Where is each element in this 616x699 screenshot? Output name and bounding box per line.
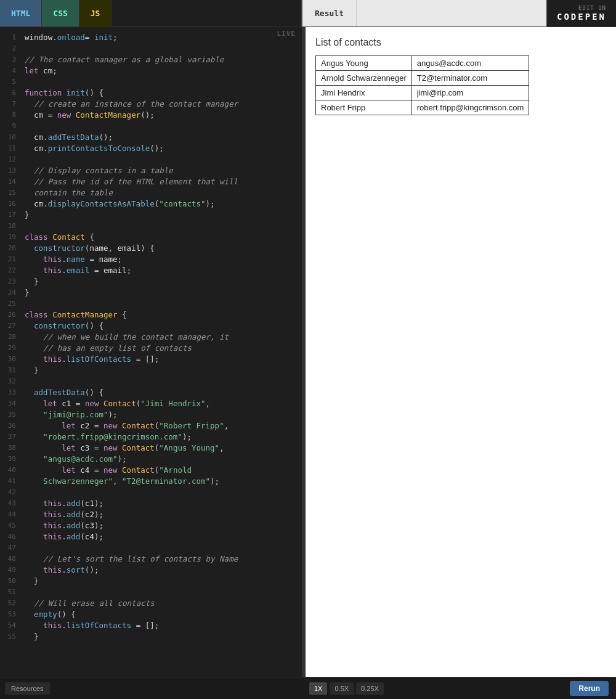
code-line: 55 } xyxy=(0,631,302,642)
table-row: Angus Youngangus@acdc.com xyxy=(316,56,529,71)
table-row: Robert Fripprobert.fripp@kingcrimson.com xyxy=(316,100,529,115)
code-line: 25 xyxy=(0,298,302,309)
code-line: 28 // when we build the contact manager,… xyxy=(0,332,302,343)
main-content: LIVE 1 window.onload= init; 2 3 // The c… xyxy=(0,27,616,677)
tab-result[interactable]: Result xyxy=(302,0,357,27)
table-row: Jimi Hendrixjimi@rip.com xyxy=(316,86,529,100)
zoom-025x-button[interactable]: 0.25X xyxy=(356,682,384,695)
zoom-05x-button[interactable]: 0.5X xyxy=(330,682,354,695)
code-line: 15 contain the table xyxy=(0,187,302,198)
contact-email-cell: T2@terminator.com xyxy=(411,71,529,86)
edit-on-text: EDIT ON xyxy=(557,5,606,12)
code-line: 9 xyxy=(0,121,302,132)
code-line: 22 this.email = email; xyxy=(0,265,302,276)
tab-html[interactable]: HTML xyxy=(0,0,42,27)
live-badge: LIVE xyxy=(277,30,296,38)
code-line: 30 this.listOfContacts = []; xyxy=(0,354,302,365)
code-line: 8 cm = new ContactManager(); xyxy=(0,110,302,121)
code-line: 7 // create an instance of the contact m… xyxy=(0,99,302,110)
code-line: 18 xyxy=(0,221,302,232)
code-line: 5 xyxy=(0,76,302,88)
code-line: 14 // Pass the id of the HTML element th… xyxy=(0,176,302,187)
code-line: 52 // Will erase all contacts xyxy=(0,598,302,609)
contact-name-cell: Arnold Schwarzenneger xyxy=(316,71,412,86)
code-line: 41 Schwarzenneger", "T2@terminator.com")… xyxy=(0,476,302,487)
codepen-logo: EDIT ON CODEPEN xyxy=(546,0,616,27)
code-line: 4 let cm; xyxy=(0,65,302,76)
contact-email-cell: robert.fripp@kingcrimson.com xyxy=(411,100,529,115)
code-line: 42 xyxy=(0,487,302,498)
code-line: 36 let c2 = new Contact("Robert Fripp", xyxy=(0,420,302,431)
result-panel: List of contacts Angus Youngangus@acdc.c… xyxy=(306,27,616,677)
code-line: 47 xyxy=(0,542,302,554)
code-editor[interactable]: 1 window.onload= init; 2 3 // The contac… xyxy=(0,27,302,677)
editor-tabs: HTML CSS JS xyxy=(0,0,302,27)
code-line: 1 window.onload= init; xyxy=(0,32,302,43)
code-line: 26 class ContactManager { xyxy=(0,309,302,321)
code-line: 17 } xyxy=(0,210,302,221)
contact-name-cell: Robert Fripp xyxy=(316,100,412,115)
code-line: 21 this.name = name; xyxy=(0,254,302,265)
contact-email-cell: angus@acdc.com xyxy=(411,56,529,71)
code-line: 53 empty() { xyxy=(0,609,302,620)
code-line: 3 // The contact manager as a global var… xyxy=(0,54,302,65)
code-line: 34 let c1 = new Contact("Jimi Hendrix", xyxy=(0,398,302,409)
code-panel: LIVE 1 window.onload= init; 2 3 // The c… xyxy=(0,27,302,677)
tab-css[interactable]: CSS xyxy=(42,0,79,27)
code-line: 33 addTestData() { xyxy=(0,387,302,398)
code-line: 54 this.listOfContacts = []; xyxy=(0,620,302,631)
code-line: 43 this.add(c1); xyxy=(0,498,302,509)
code-line: 46 this.add(c4); xyxy=(0,531,302,542)
code-line: 39 "angus@acdc.com"); xyxy=(0,454,302,465)
resources-button[interactable]: Resources xyxy=(5,682,50,695)
code-line: 38 let c3 = new Contact("Angus Young", xyxy=(0,443,302,454)
code-line: 13 // Display contacts in a table xyxy=(0,165,302,176)
zoom-controls: 1X 0.5X 0.25X xyxy=(309,682,384,695)
code-line: 16 cm.displayContactsAsATable("contacts"… xyxy=(0,198,302,210)
bottom-bar: Resources 1X 0.5X 0.25X Rerun xyxy=(0,677,616,699)
contact-name-cell: Angus Young xyxy=(316,56,412,71)
code-line: 24 } xyxy=(0,287,302,298)
bottom-right: 1X 0.5X 0.25X Rerun xyxy=(302,681,616,696)
code-line: 37 "robert.fripp@kingcrimson.com"); xyxy=(0,431,302,443)
code-line: 49 this.sort(); xyxy=(0,565,302,576)
contact-name-cell: Jimi Hendrix xyxy=(316,86,412,100)
code-line: 51 xyxy=(0,587,302,598)
code-line: 10 cm.addTestData(); xyxy=(0,132,302,143)
code-line: 44 this.add(c2); xyxy=(0,509,302,520)
result-tab-area: Result EDIT ON CODEPEN xyxy=(302,0,616,27)
code-line: 19 class Contact { xyxy=(0,232,302,243)
contacts-heading: List of contacts xyxy=(315,37,606,48)
code-line: 35 "jimi@rip.com"); xyxy=(0,409,302,420)
code-line: 40 let c4 = new Contact("Arnold xyxy=(0,465,302,476)
table-row: Arnold SchwarzennegerT2@terminator.com xyxy=(316,71,529,86)
code-line: 12 xyxy=(0,154,302,165)
code-line: 50 } xyxy=(0,576,302,587)
code-line: 20 constructor(name, email) { xyxy=(0,243,302,254)
code-line: 48 // Let's sort the list of contacts by… xyxy=(0,554,302,565)
code-line: 45 this.add(c3); xyxy=(0,520,302,531)
code-line: 29 // has an empty list of contacts xyxy=(0,343,302,354)
contacts-table: Angus Youngangus@acdc.comArnold Schwarze… xyxy=(315,55,529,115)
result-body: List of contacts Angus Youngangus@acdc.c… xyxy=(306,27,616,677)
tab-js[interactable]: JS xyxy=(79,0,112,27)
code-line: 32 xyxy=(0,376,302,387)
top-bar: HTML CSS JS Result EDIT ON CODEPEN xyxy=(0,0,616,27)
bottom-left: Resources xyxy=(0,682,302,695)
codepen-brand-text: CODEPEN xyxy=(557,12,606,22)
code-line: 27 constructor() { xyxy=(0,321,302,332)
rerun-button[interactable]: Rerun xyxy=(570,681,609,696)
code-line: 23 } xyxy=(0,276,302,287)
code-line: 2 xyxy=(0,43,302,54)
zoom-1x-button[interactable]: 1X xyxy=(309,682,327,695)
contact-email-cell: jimi@rip.com xyxy=(411,86,529,100)
code-line: 6 function init() { xyxy=(0,88,302,99)
code-line: 11 cm.printContactsToConsole(); xyxy=(0,143,302,154)
code-line: 31 } xyxy=(0,365,302,376)
